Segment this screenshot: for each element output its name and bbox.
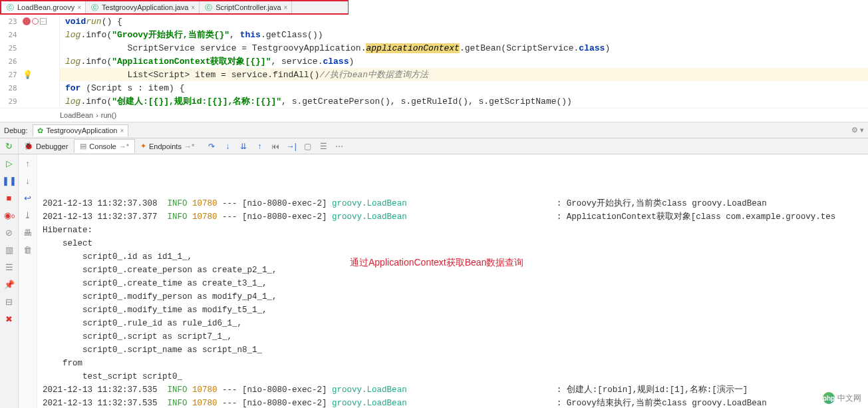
gutter-line[interactable]: 26	[0, 55, 59, 68]
soft-wrap-button[interactable]: ↩	[19, 189, 37, 206]
down-stack-button[interactable]: ↓	[19, 172, 37, 189]
code-line[interactable]: ScriptService service = TestgroovyApplic…	[60, 41, 868, 55]
step-toolbar: ↷ ↓ ⇊ ↑ ⏮ →| ▢ ☰ ⋯	[200, 142, 345, 151]
breadcrumb-class[interactable]: LoadBean	[60, 111, 93, 119]
file-tab[interactable]: ⓒLoadBean.groovy×	[1, 1, 86, 13]
stop-button[interactable]: ■	[0, 189, 18, 206]
debug-label: Debug:	[4, 126, 27, 134]
close-panel-button[interactable]: ✖	[0, 310, 18, 327]
code-area[interactable]: void run() { log.info("Groovy开始执行,当前类{}"…	[60, 15, 868, 108]
code-line[interactable]: log.info("Groovy开始执行,当前类{}", this.getCla…	[60, 28, 868, 41]
run-config-name: TestgroovyApplication	[46, 126, 117, 134]
trace-icon[interactable]: ☰	[317, 142, 329, 151]
code-line[interactable]: log.info("ApplicationContext获取对象[{}]", s…	[60, 55, 868, 68]
code-line[interactable]: List<Script> item = service.findAll()//执…	[60, 68, 868, 81]
tab-console[interactable]: ▤ Console →*	[74, 139, 135, 153]
rerun-button[interactable]: ↻	[0, 138, 19, 154]
code-line[interactable]: void run() {	[60, 15, 868, 28]
console-output[interactable]: 通过ApplicationContext获取Bean数据查询 2021-12-1…	[37, 154, 868, 408]
run-to-cursor-icon[interactable]: →|	[285, 142, 297, 151]
step-over-icon[interactable]: ↷	[206, 142, 217, 151]
tab-debugger-label: Debugger	[36, 142, 68, 150]
step-out-icon[interactable]: ↑	[253, 142, 265, 151]
breadcrumb-method[interactable]: run()	[101, 111, 116, 119]
gutter-line[interactable]: 24	[0, 28, 59, 41]
gutter-line[interactable]: 27💡	[0, 68, 59, 81]
tab-debugger[interactable]: 🐞 Debugger	[19, 140, 74, 152]
console-tool-column: ↑ ↓ ↩ ⤓ 🖶 🗑	[19, 154, 37, 408]
overlay-annotation: 通过ApplicationContext获取Bean数据查询	[350, 256, 523, 269]
drop-frame-icon[interactable]: ⏮	[269, 142, 281, 151]
console-panel: ▷ ❚❚ ■ ◉₀ ⊘ ▥ ☰ 📌 ⊟ ✖ ↑ ↓ ↩ ⤓ 🖶 🗑 通过Appl…	[0, 154, 868, 408]
pause-button[interactable]: ❚❚	[0, 172, 18, 189]
console-line: 2021-12-13 11:32:37.308 INFO 10780 --- […	[43, 197, 868, 210]
file-tab-label: LoadBean.groovy	[17, 3, 74, 11]
bug-icon: 🐞	[24, 142, 33, 150]
console-line: 2021-12-13 11:32:37.535 INFO 10780 --- […	[43, 383, 868, 397]
code-line[interactable]: log.info("创建人:[{}],规则id:[{}],名称:[{}]", s…	[60, 95, 868, 108]
fold-icon[interactable]: −	[40, 18, 47, 25]
breakpoint-icon[interactable]	[23, 17, 31, 25]
console-line: script0_.rule_id as rule_id6_1_,	[43, 317, 868, 330]
file-tab[interactable]: ⓒTestgroovyApplication.java×	[86, 1, 200, 13]
intention-bulb-icon[interactable]: 💡	[23, 70, 33, 79]
up-stack-button[interactable]: ↑	[19, 154, 37, 172]
watermark: php 中文网	[823, 392, 861, 404]
settings-button[interactable]: ☰	[0, 258, 18, 276]
file-tab[interactable]: ⓒScriptController.java×	[200, 1, 292, 13]
mute-breakpoints-button[interactable]: ⊘	[0, 224, 18, 241]
breadcrumb[interactable]: LoadBean › run()	[0, 108, 868, 122]
endpoints-icon: ✦	[140, 142, 146, 150]
console-line: 2021-12-13 11:32:37.377 INFO 10780 --- […	[43, 210, 868, 224]
file-tab-label: TestgroovyApplication.java	[102, 3, 188, 11]
line-number: 24	[0, 31, 20, 39]
close-icon[interactable]: ×	[191, 4, 195, 11]
close-icon[interactable]: ×	[120, 127, 124, 134]
tab-endpoints[interactable]: ✦ Endpoints →*	[135, 140, 200, 152]
clear-button[interactable]: 🗑	[19, 241, 37, 258]
resume-button[interactable]: ▷	[0, 154, 18, 172]
debug-toolbar: ↻ 🐞 Debugger ▤ Console →* ✦ Endpoints →*…	[0, 138, 868, 154]
run-tool-column: ▷ ❚❚ ■ ◉₀ ⊘ ▥ ☰ 📌 ⊟ ✖	[0, 154, 19, 408]
gear-icon[interactable]: ⚙ ▾	[851, 126, 864, 134]
line-number: 29	[0, 97, 20, 106]
tab-endpoints-label: Endpoints	[149, 142, 182, 150]
watermark-text: 中文网	[837, 393, 861, 404]
console-line: script0_.modify_person as modify_p4_1_,	[43, 290, 868, 304]
console-line: script0_.create_time as create_t3_1_,	[43, 277, 868, 290]
editor-area: 23−24252627💡2829 void run() { log.info("…	[0, 15, 868, 108]
chevron-right-icon: ›	[96, 111, 98, 119]
line-number: 28	[0, 84, 20, 93]
layout-button[interactable]: ▥	[0, 241, 18, 258]
file-type-icon: ⓒ	[204, 3, 213, 12]
console-line: Hibernate:	[43, 224, 868, 237]
console-line: script0_.script_name as script_n8_1_	[43, 343, 868, 357]
help-button[interactable]: ⊟	[0, 293, 18, 310]
close-icon[interactable]: ×	[284, 4, 288, 11]
scroll-end-button[interactable]: ⤓	[19, 206, 37, 224]
force-step-into-icon[interactable]: ⇊	[237, 142, 249, 151]
tab-console-label: Console	[89, 142, 116, 150]
breakpoint-ring-icon	[32, 18, 39, 25]
line-number: 27	[0, 71, 20, 79]
gutter-line[interactable]: 29	[0, 95, 59, 108]
gutter-line[interactable]: 23−	[0, 15, 59, 28]
console-line: script0_.modify_time as modify_t5_1_,	[43, 304, 868, 317]
file-tab-label: ScriptController.java	[216, 3, 281, 11]
step-into-icon[interactable]: ↓	[221, 142, 233, 151]
evaluate-icon[interactable]: ▢	[301, 142, 313, 151]
run-config-tab[interactable]: ✿ TestgroovyApplication ×	[33, 124, 128, 136]
console-line: 2021-12-13 11:32:37.535 INFO 10780 --- […	[43, 397, 868, 408]
console-line: test_script script0_	[43, 370, 868, 383]
gutter-line[interactable]: 25	[0, 41, 59, 55]
pin-button[interactable]: 📌	[0, 276, 18, 293]
gutter-line[interactable]: 28	[0, 81, 59, 95]
file-type-icon: ⓒ	[90, 3, 99, 12]
close-icon[interactable]: ×	[77, 4, 81, 11]
code-line[interactable]: for (Script s : item) {	[60, 81, 868, 95]
file-tab-bar: ⓒLoadBean.groovy×ⓒTestgroovyApplication.…	[0, 0, 349, 15]
watermark-logo-icon: php	[823, 392, 835, 404]
print-button[interactable]: 🖶	[19, 224, 37, 241]
more-icon[interactable]: ⋯	[333, 142, 345, 151]
view-breakpoints-button[interactable]: ◉₀	[0, 206, 18, 224]
